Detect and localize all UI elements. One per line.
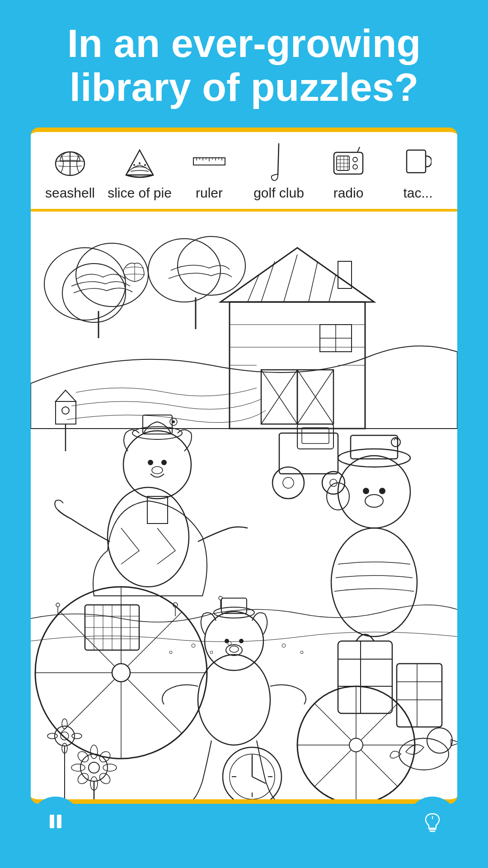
item-radio[interactable]: radio [314, 141, 383, 201]
radio-icon [330, 141, 366, 182]
item-golf-club[interactable]: golf club [244, 141, 314, 201]
svg-rect-26 [407, 150, 426, 173]
svg-point-71 [161, 460, 167, 465]
slice-of-pie-label: slice of pie [108, 185, 172, 201]
svg-point-110 [379, 488, 385, 494]
golf-club-label: golf club [253, 185, 304, 201]
pause-icon [44, 810, 67, 833]
tack-icon [404, 141, 432, 182]
item-ruler[interactable]: ruler [174, 141, 244, 201]
radio-label: radio [333, 185, 364, 201]
pause-button[interactable] [31, 797, 80, 846]
svg-point-70 [148, 460, 153, 465]
svg-point-109 [363, 488, 369, 494]
bottom-buttons-container [31, 797, 457, 846]
tack-label: tac... [403, 185, 432, 201]
items-bar: seashell [31, 132, 457, 212]
seashell-label: seashell [45, 185, 95, 201]
hint-icon [421, 810, 444, 833]
page-title: In an ever-growing library of puzzles? [0, 0, 488, 127]
svg-line-14 [278, 143, 279, 175]
svg-point-24 [353, 165, 357, 169]
hint-button[interactable] [408, 797, 457, 846]
svg-rect-27 [31, 212, 457, 799]
svg-point-101 [239, 639, 244, 643]
item-seashell[interactable]: seashell [35, 141, 105, 201]
seashell-icon [52, 141, 88, 182]
svg-line-25 [357, 147, 360, 152]
svg-point-100 [225, 639, 229, 643]
puzzle-card: seashell [31, 127, 457, 804]
svg-point-23 [353, 157, 357, 162]
item-slice-of-pie[interactable]: slice of pie [105, 141, 174, 201]
svg-point-1 [133, 164, 135, 166]
item-tack[interactable]: tac... [383, 141, 453, 201]
ruler-icon [191, 141, 227, 182]
svg-rect-173 [57, 815, 61, 828]
slice-of-pie-icon [122, 141, 158, 182]
svg-point-2 [139, 162, 141, 164]
golf-club-icon [265, 141, 292, 182]
svg-rect-172 [50, 815, 54, 828]
ruler-label: ruler [196, 185, 223, 201]
svg-point-3 [144, 164, 146, 166]
puzzle-image[interactable] [31, 212, 457, 799]
svg-point-76 [172, 420, 175, 423]
